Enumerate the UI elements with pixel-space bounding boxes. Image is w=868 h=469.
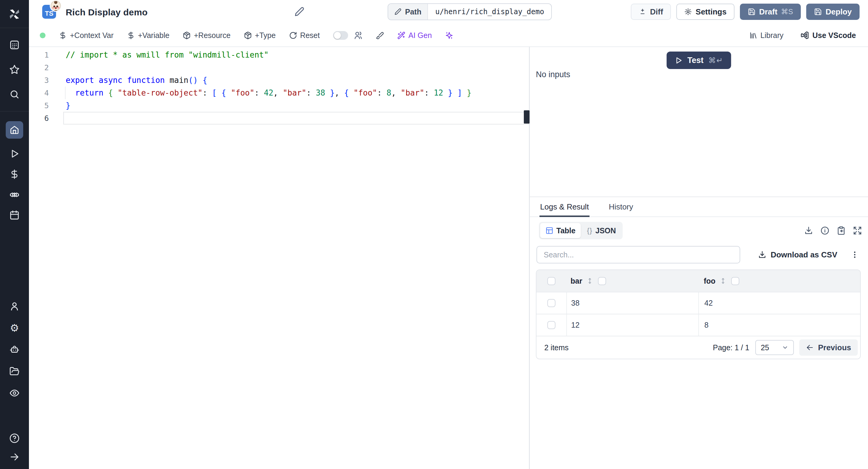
add-type-button[interactable]: +Type — [244, 31, 276, 40]
view-toggle-table[interactable]: Table — [540, 223, 581, 238]
cell-foo: 42 — [704, 299, 713, 307]
boxes-icon[interactable] — [9, 189, 20, 200]
right-panel: Test ⌘↵ No inputs Logs & Result History — [530, 47, 868, 469]
row-checkbox[interactable] — [547, 299, 555, 307]
results-tabs: Logs & Result History — [530, 197, 868, 217]
clipboard-copy-icon[interactable] — [837, 226, 846, 235]
no-inputs-text: No inputs — [536, 70, 570, 79]
windmill-logo[interactable] — [7, 5, 22, 24]
braces-icon: {} — [587, 226, 592, 235]
download-csv-button[interactable]: Download as CSV — [758, 250, 837, 259]
diff-button[interactable]: Diff — [631, 4, 671, 20]
code-line[interactable]: 6 — [29, 112, 529, 124]
add-resource-button[interactable]: +Resource — [183, 31, 230, 40]
star-icon[interactable] — [9, 64, 20, 75]
page-indicator: Page: 1 / 1 — [713, 343, 749, 352]
previous-page-button[interactable]: Previous — [799, 339, 858, 356]
column-header-foo[interactable]: foo — [704, 277, 715, 285]
result-table: bar foo — [536, 270, 861, 359]
calendar-icon[interactable] — [9, 210, 20, 221]
help-icon[interactable] — [9, 433, 20, 444]
select-all-checkbox[interactable] — [547, 277, 555, 285]
path-field[interactable]: Path u/henri/rich_display_demo — [388, 3, 552, 20]
code-line[interactable]: 1// import * as wmill from "windmill-cli… — [29, 49, 529, 61]
sort-icon[interactable] — [720, 277, 726, 285]
code-line-content: export async function main() { — [63, 74, 529, 87]
column-checkbox-bar[interactable] — [598, 277, 606, 285]
sort-icon[interactable] — [587, 277, 593, 285]
package-icon — [244, 31, 252, 39]
use-vscode-button[interactable]: Use VScode — [800, 31, 856, 40]
kebab-menu-icon[interactable] — [850, 250, 859, 259]
splitter-drag-handle[interactable] — [524, 110, 530, 124]
view-toggle: Table {} JSON — [539, 222, 623, 239]
indent-guide — [65, 87, 65, 99]
test-button[interactable]: Test ⌘↵ — [667, 52, 731, 69]
code-line-content: } — [63, 99, 529, 112]
eye-icon[interactable] — [9, 387, 20, 399]
refresh-icon — [289, 31, 297, 39]
reset-button[interactable]: Reset — [289, 31, 320, 40]
user-icon[interactable] — [9, 301, 20, 312]
line-number: 2 — [29, 63, 63, 72]
path-label: Path — [405, 7, 421, 16]
code-editor[interactable]: 1// import * as wmill from "windmill-cli… — [29, 47, 529, 469]
library-icon — [749, 31, 757, 39]
users-icon — [353, 31, 363, 40]
vscode-icon — [800, 31, 809, 40]
path-value[interactable]: u/henri/rich_display_demo — [428, 4, 551, 20]
search-input[interactable] — [536, 246, 740, 263]
deploy-button[interactable]: Deploy — [806, 4, 860, 20]
edit-summary-pencil-icon[interactable] — [294, 7, 304, 18]
home-icon[interactable] — [6, 121, 23, 139]
column-checkbox-foo[interactable] — [731, 277, 739, 285]
gear-icon[interactable]: ⚙ — [9, 322, 20, 333]
robot-icon[interactable] — [9, 344, 20, 355]
add-context-var-button[interactable]: +Context Var — [59, 31, 114, 40]
arrow-right-icon[interactable] — [9, 451, 20, 462]
settings-button[interactable]: Settings — [676, 4, 735, 20]
add-variable-button[interactable]: +Variable — [127, 31, 169, 40]
draft-button[interactable]: Draft ⌘S — [740, 4, 801, 20]
code-line-content — [63, 61, 529, 74]
apps-icon[interactable] — [9, 39, 20, 50]
column-header-bar[interactable]: bar — [570, 277, 582, 285]
brush-icon — [376, 31, 384, 39]
line-number: 1 — [29, 51, 63, 59]
format-code-button[interactable] — [376, 31, 384, 39]
gear-icon — [684, 8, 692, 16]
code-line[interactable]: 5} — [29, 99, 529, 112]
diff-icon — [639, 8, 647, 16]
table-header-row: bar foo — [536, 270, 860, 292]
view-toggle-json[interactable]: {} JSON — [581, 223, 621, 238]
package-icon — [183, 31, 191, 39]
tab-history[interactable]: History — [608, 197, 634, 216]
code-line[interactable]: 2 — [29, 61, 529, 74]
folder-icon[interactable] — [9, 366, 20, 377]
ai-gen-button[interactable]: AI Gen — [397, 31, 432, 40]
download-result-icon[interactable] — [804, 226, 813, 235]
preview-pane: Test ⌘↵ No inputs — [530, 47, 868, 196]
table-body: 3842128 — [536, 292, 860, 336]
play-icon[interactable] — [9, 148, 20, 159]
search-icon[interactable] — [9, 89, 20, 100]
page-title: Rich Display demo — [66, 7, 148, 18]
multiplayer-toggle[interactable] — [333, 31, 348, 40]
page-size-select[interactable]: 25 — [755, 340, 794, 355]
library-button[interactable]: Library — [749, 31, 783, 40]
code-line[interactable]: 4 return { "table-row-object": [ { "foo"… — [29, 87, 529, 99]
dollar-icon[interactable] — [9, 169, 20, 180]
items-count: 2 items — [544, 343, 569, 352]
row-checkbox[interactable] — [547, 321, 555, 329]
line-number: 6 — [29, 114, 63, 123]
info-icon[interactable] — [820, 226, 830, 235]
play-icon — [675, 56, 683, 64]
code-line[interactable]: 3export async function main() { — [29, 74, 529, 87]
windmill-app: ⚙ TS Rich Display demo — [0, 0, 868, 469]
header: TS Rich Display demo Path u/henri/rich_d… — [29, 0, 868, 24]
tab-logs-result[interactable]: Logs & Result — [539, 197, 590, 216]
sparkles-icon[interactable] — [445, 31, 453, 39]
download-icon — [758, 250, 767, 259]
dollar-icon — [127, 31, 135, 39]
expand-icon[interactable] — [853, 226, 862, 235]
